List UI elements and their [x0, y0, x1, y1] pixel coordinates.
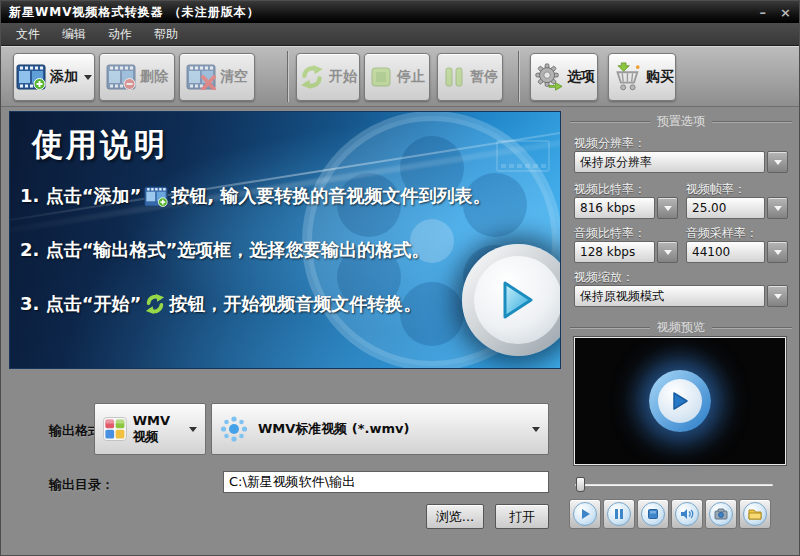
speaker-icon [680, 508, 694, 520]
chevron-down-icon [189, 427, 197, 432]
toolbar-separator [287, 51, 288, 102]
convert-refresh-icon [144, 293, 166, 315]
menu-edit[interactable]: 编辑 [51, 23, 97, 46]
chevron-down-icon[interactable] [767, 241, 788, 263]
pause-button-label: 暂停 [470, 68, 498, 86]
slider-thumb[interactable] [576, 477, 585, 492]
film-clear-icon [186, 64, 216, 90]
play-triangle-icon [500, 279, 536, 321]
menu-help[interactable]: 帮助 [143, 23, 189, 46]
instruction-step-2: 2. 点击“输出格式”选项框，选择您要输出的格式。 [20, 238, 429, 262]
convert-refresh-icon [299, 64, 325, 90]
format-grid-icon [103, 414, 127, 444]
film-strip-outline-icon [496, 140, 550, 172]
film-add-icon [16, 64, 46, 90]
menu-bar: 文件 编辑 动作 帮助 [1, 23, 799, 46]
banner-title: 使用说明 [32, 124, 168, 166]
instruction-step-1: 1. 点击“添加” 按钮, 输入要转换的音视频文件到列表。 [20, 184, 490, 208]
chevron-down-icon [84, 75, 92, 80]
video-framerate-select[interactable]: 25.00 [686, 197, 788, 219]
open-button[interactable]: 打开 [495, 504, 549, 529]
start-button[interactable]: 开始 [296, 53, 360, 101]
pause-button[interactable]: 暂停 [437, 53, 503, 101]
video-scale-select[interactable]: 保持原视频模式 [574, 285, 788, 307]
video-resolution-select[interactable]: 保持原分辨率 [574, 151, 788, 173]
preview-volume-button[interactable] [671, 499, 703, 529]
close-icon[interactable]: × [780, 6, 791, 19]
video-resolution-label: 视频分辨率： [574, 135, 646, 152]
preview-controls [569, 499, 771, 529]
profile-dots-icon [220, 413, 252, 445]
audio-samplerate-label: 音频采样率： [686, 225, 758, 242]
video-scale-label: 视频缩放： [574, 269, 634, 286]
output-dir-label: 输出目录： [49, 476, 114, 494]
chevron-down-icon [532, 427, 540, 432]
menu-action[interactable]: 动作 [97, 23, 143, 46]
stop-icon [647, 508, 659, 520]
stop-button-label: 停止 [397, 68, 425, 86]
folder-icon [748, 508, 762, 520]
output-format-profile-select[interactable]: WMV标准视频 (*.wmv) [211, 403, 549, 455]
clear-button[interactable]: 清空 [179, 53, 255, 101]
chevron-down-icon[interactable] [767, 285, 788, 307]
minimize-icon[interactable]: – [760, 6, 767, 19]
stop-button[interactable]: 停止 [364, 53, 430, 101]
options-button[interactable]: 选项 [530, 53, 598, 101]
add-button-label: 添加 [50, 68, 78, 86]
preview-seek-slider[interactable] [574, 477, 774, 492]
preview-play-button[interactable] [569, 499, 601, 529]
output-format-category-select[interactable]: WMV视频 [94, 403, 206, 455]
slider-track[interactable] [574, 483, 774, 487]
audio-bitrate-select[interactable]: 128 kbps [574, 241, 678, 263]
preview-snapshot-button[interactable] [705, 499, 737, 529]
stop-square-icon [369, 65, 393, 89]
preview-folder-button[interactable] [739, 499, 771, 529]
output-format-profile-value: WMV标准视频 (*.wmv) [258, 420, 410, 438]
delete-button[interactable]: 删除 [99, 53, 175, 101]
shopping-cart-icon [610, 62, 642, 92]
video-bitrate-select[interactable]: 816 kbps [574, 197, 678, 219]
buy-button-label: 购买 [646, 68, 674, 86]
options-button-label: 选项 [567, 68, 595, 86]
chevron-down-icon[interactable] [767, 197, 788, 219]
film-remove-icon [106, 64, 136, 90]
app-window: 新星WMV视频格式转换器 （未注册版本） – × 文件 编辑 动作 帮助 添加 [0, 0, 800, 556]
instruction-step-3: 3. 点击“开始” 按钮，开始视频音频文件转换。 [20, 292, 421, 316]
title-bar: 新星WMV视频格式转换器 （未注册版本） – × [1, 1, 799, 23]
buy-button[interactable]: 购买 [608, 53, 676, 101]
presets-group-header: 预置选项 [570, 113, 792, 130]
chevron-down-icon[interactable] [767, 151, 788, 173]
chevron-down-icon[interactable] [657, 241, 678, 263]
preview-pause-button[interactable] [603, 499, 635, 529]
window-controls: – × [760, 6, 791, 19]
audio-samplerate-select[interactable]: 44100 [686, 241, 788, 263]
chevron-down-icon[interactable] [657, 197, 678, 219]
preview-group-header: 视频预览 [570, 319, 792, 336]
play-icon [580, 508, 591, 520]
delete-button-label: 删除 [140, 68, 168, 86]
output-format-category-value: WMV视频 [133, 413, 183, 446]
browse-button[interactable]: 浏览... [426, 504, 484, 529]
window-title: 新星WMV视频格式转换器 （未注册版本） [9, 4, 260, 21]
audio-bitrate-label: 音频比特率： [574, 225, 646, 242]
add-button[interactable]: 添加 [13, 53, 95, 101]
preview-play-overlay-icon [649, 370, 711, 432]
menu-file[interactable]: 文件 [5, 23, 51, 46]
gear-icon [533, 62, 563, 92]
output-dir-input[interactable] [223, 471, 549, 493]
pause-bars-icon [442, 65, 466, 89]
pause-icon [614, 508, 624, 520]
start-button-label: 开始 [329, 68, 357, 86]
video-framerate-label: 视频帧率： [686, 181, 746, 198]
camera-icon [714, 508, 728, 520]
clear-button-label: 清空 [220, 68, 248, 86]
preview-stop-button[interactable] [637, 499, 669, 529]
instructions-banner: 使用说明 1. 点击“添加” 按钮, 输入要转换的音视频文件到列表。 2. 点击… [9, 111, 561, 369]
toolbar: 添加 删除 [1, 46, 799, 107]
toolbar-separator [518, 51, 519, 102]
video-bitrate-label: 视频比特率： [574, 181, 646, 198]
video-preview-screen [574, 337, 786, 465]
settings-panel: 预置选项 视频分辨率： 保持原分辨率 视频比特率： 视频帧率： 816 kbps… [566, 111, 796, 551]
film-add-icon [144, 186, 168, 207]
play-triangle-icon [671, 391, 689, 411]
